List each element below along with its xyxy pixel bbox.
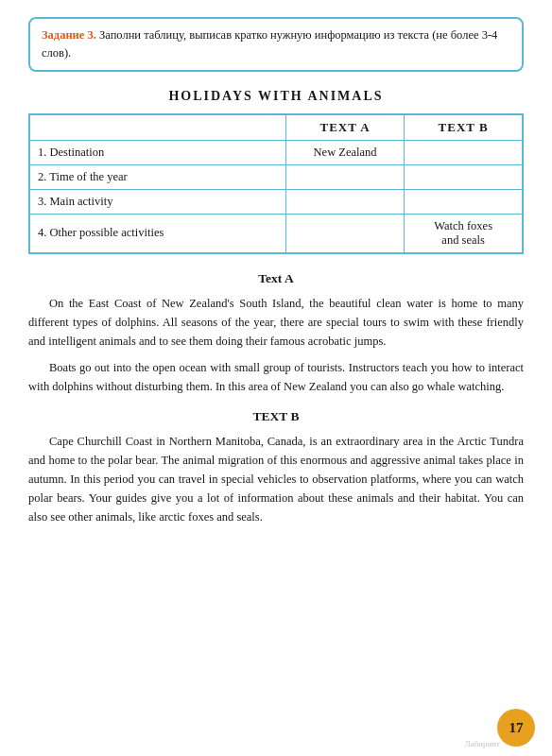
row-text-b xyxy=(405,164,523,189)
page-number-badge: 17 xyxy=(497,709,535,747)
row-text-b xyxy=(405,189,523,214)
row-text-a: New Zealand xyxy=(285,140,404,164)
text-b-content: Cape Churchill Coast in Northern Manitob… xyxy=(28,432,524,526)
task-box: Задание 3. Заполни таблицу, выписав крат… xyxy=(28,17,524,72)
row-label: 1. Destination xyxy=(29,140,285,164)
row-label: 3. Main activity xyxy=(29,189,285,214)
task-text: Заполни таблицу, выписав кратко нужную и… xyxy=(42,28,497,60)
paragraph: Cape Churchill Coast in Northern Manitob… xyxy=(28,432,524,526)
col-empty-header xyxy=(29,114,285,141)
table-section: HOLIDAYS WITH ANIMALS TEXT A TEXT B 1. D… xyxy=(28,89,524,254)
page-number: 17 xyxy=(509,720,524,736)
page: Задание 3. Заполни таблицу, выписав крат… xyxy=(0,0,552,756)
watermark: Лабиринт xyxy=(464,739,500,748)
text-a-heading: Text A xyxy=(28,271,524,286)
text-b-heading: TEXT B xyxy=(28,409,524,424)
table-row: 4. Other possible activitiesWatch foxesa… xyxy=(29,214,523,253)
row-text-b xyxy=(405,140,523,164)
text-a-content: On the East Coast of New Zealand's South… xyxy=(28,294,524,396)
row-text-b: Watch foxesand seals xyxy=(405,214,523,253)
paragraph: On the East Coast of New Zealand's South… xyxy=(28,294,524,351)
table-row: 1. DestinationNew Zealand xyxy=(29,140,523,164)
row-text-a xyxy=(285,164,404,189)
col-b-header: TEXT B xyxy=(405,114,523,141)
task-label: Задание 3. xyxy=(42,28,96,42)
table-title: HOLIDAYS WITH ANIMALS xyxy=(28,89,524,104)
table-row: 3. Main activity xyxy=(29,189,523,214)
row-text-a xyxy=(285,189,404,214)
row-label: 2. Time of the year xyxy=(29,164,285,189)
row-label: 4. Other possible activities xyxy=(29,214,285,253)
table-row: 2. Time of the year xyxy=(29,164,523,189)
holidays-table: TEXT A TEXT B 1. DestinationNew Zealand2… xyxy=(28,113,524,254)
col-a-header: TEXT A xyxy=(285,114,404,141)
paragraph: Boats go out into the open ocean with sm… xyxy=(28,358,524,396)
row-text-a xyxy=(285,214,404,253)
